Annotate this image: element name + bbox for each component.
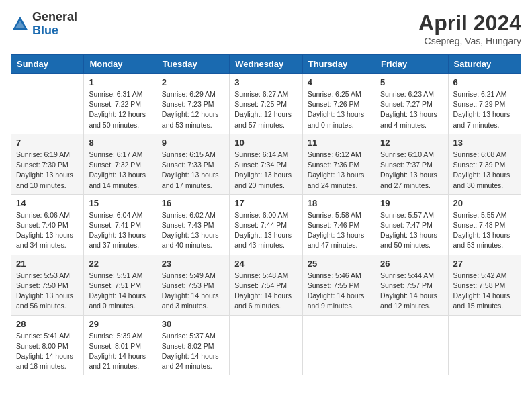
calendar-cell: 22Sunrise: 5:51 AMSunset: 7:51 PMDayligh… [84,255,157,315]
calendar-cell: 10Sunrise: 6:14 AMSunset: 7:34 PMDayligh… [230,134,302,194]
weekday-header-tuesday: Tuesday [157,55,229,74]
calendar-cell: 20Sunrise: 5:55 AMSunset: 7:48 PMDayligh… [448,194,521,255]
day-info: Sunrise: 5:49 AMSunset: 7:53 PMDaylight:… [162,271,224,312]
day-info: Sunrise: 6:23 AMSunset: 7:27 PMDaylight:… [380,89,443,130]
day-number: 22 [89,259,151,269]
calendar-cell: 13Sunrise: 6:08 AMSunset: 7:39 PMDayligh… [448,134,521,194]
calendar-header-row: SundayMondayTuesdayWednesdayThursdayFrid… [11,55,521,74]
calendar-cell: 4Sunrise: 6:25 AMSunset: 7:26 PMDaylight… [302,74,375,134]
day-info: Sunrise: 6:21 AMSunset: 7:29 PMDaylight:… [453,89,516,130]
calendar-cell: 17Sunrise: 6:00 AMSunset: 7:44 PMDayligh… [230,194,302,255]
day-info: Sunrise: 5:46 AMSunset: 7:55 PMDaylight:… [308,271,370,312]
calendar-cell [230,315,302,375]
calendar-cell: 15Sunrise: 6:04 AMSunset: 7:41 PMDayligh… [84,194,157,255]
calendar-cell: 2Sunrise: 6:29 AMSunset: 7:23 PMDaylight… [157,74,229,134]
day-number: 1 [89,77,151,87]
day-number: 23 [162,259,224,269]
calendar-week-row: 28Sunrise: 5:41 AMSunset: 8:00 PMDayligh… [11,315,521,375]
calendar-cell: 16Sunrise: 6:02 AMSunset: 7:43 PMDayligh… [157,194,229,255]
location: Csepreg, Vas, Hungary [418,36,521,46]
day-number: 6 [453,77,516,87]
day-info: Sunrise: 6:06 AMSunset: 7:40 PMDaylight:… [16,210,79,251]
weekday-header-saturday: Saturday [448,55,521,74]
calendar-cell: 14Sunrise: 6:06 AMSunset: 7:40 PMDayligh… [11,194,84,255]
day-info: Sunrise: 6:00 AMSunset: 7:44 PMDaylight:… [234,210,297,251]
calendar-cell: 3Sunrise: 6:27 AMSunset: 7:25 PMDaylight… [230,74,302,134]
day-number: 14 [16,198,79,208]
calendar-cell [302,315,375,375]
day-info: Sunrise: 6:15 AMSunset: 7:33 PMDaylight:… [162,150,224,191]
calendar-cell: 29Sunrise: 5:39 AMSunset: 8:01 PMDayligh… [84,315,157,375]
day-info: Sunrise: 6:19 AMSunset: 7:30 PMDaylight:… [16,150,79,191]
day-info: Sunrise: 6:02 AMSunset: 7:43 PMDaylight:… [162,210,224,251]
title-block: April 2024 Csepreg, Vas, Hungary [418,11,521,46]
weekday-header-wednesday: Wednesday [230,55,302,74]
day-number: 12 [380,138,443,148]
day-number: 19 [380,198,443,208]
day-info: Sunrise: 6:12 AMSunset: 7:36 PMDaylight:… [308,150,370,191]
day-info: Sunrise: 5:37 AMSunset: 8:02 PMDaylight:… [162,331,224,372]
day-number: 8 [89,138,151,148]
day-info: Sunrise: 5:39 AMSunset: 8:01 PMDaylight:… [89,331,151,372]
day-number: 7 [16,138,79,148]
calendar-week-row: 1Sunrise: 6:31 AMSunset: 7:22 PMDaylight… [11,74,521,134]
day-number: 13 [453,138,516,148]
calendar-cell: 28Sunrise: 5:41 AMSunset: 8:00 PMDayligh… [11,315,84,375]
page-header: General Blue April 2024 Csepreg, Vas, Hu… [11,11,521,46]
calendar-cell: 21Sunrise: 5:53 AMSunset: 7:50 PMDayligh… [11,255,84,315]
day-number: 2 [162,77,224,87]
calendar-cell: 25Sunrise: 5:46 AMSunset: 7:55 PMDayligh… [302,255,375,315]
day-number: 18 [308,198,370,208]
day-number: 16 [162,198,224,208]
day-number: 10 [234,138,297,148]
calendar-cell: 11Sunrise: 6:12 AMSunset: 7:36 PMDayligh… [302,134,375,194]
day-number: 17 [234,198,297,208]
day-info: Sunrise: 5:42 AMSunset: 7:58 PMDaylight:… [453,271,516,312]
calendar-cell [448,315,521,375]
month-title: April 2024 [418,11,521,36]
day-info: Sunrise: 6:17 AMSunset: 7:32 PMDaylight:… [89,150,151,191]
calendar-cell: 18Sunrise: 5:58 AMSunset: 7:46 PMDayligh… [302,194,375,255]
day-info: Sunrise: 6:25 AMSunset: 7:26 PMDaylight:… [308,89,370,130]
day-number: 25 [308,259,370,269]
day-info: Sunrise: 5:55 AMSunset: 7:48 PMDaylight:… [453,210,516,251]
day-info: Sunrise: 5:57 AMSunset: 7:47 PMDaylight:… [380,210,443,251]
calendar-cell: 27Sunrise: 5:42 AMSunset: 7:58 PMDayligh… [448,255,521,315]
calendar-cell: 26Sunrise: 5:44 AMSunset: 7:57 PMDayligh… [375,255,448,315]
logo-general: General [32,11,77,24]
calendar-cell: 8Sunrise: 6:17 AMSunset: 7:32 PMDaylight… [84,134,157,194]
day-info: Sunrise: 6:08 AMSunset: 7:39 PMDaylight:… [453,150,516,191]
weekday-header-friday: Friday [375,55,448,74]
calendar-week-row: 14Sunrise: 6:06 AMSunset: 7:40 PMDayligh… [11,194,521,255]
day-info: Sunrise: 5:48 AMSunset: 7:54 PMDaylight:… [234,271,297,312]
calendar-cell: 6Sunrise: 6:21 AMSunset: 7:29 PMDaylight… [448,74,521,134]
day-number: 21 [16,259,79,269]
day-number: 30 [162,319,224,329]
day-info: Sunrise: 6:04 AMSunset: 7:41 PMDaylight:… [89,210,151,251]
weekday-header-monday: Monday [84,55,157,74]
day-info: Sunrise: 6:27 AMSunset: 7:25 PMDaylight:… [234,89,297,130]
day-number: 27 [453,259,516,269]
day-number: 3 [234,77,297,87]
day-info: Sunrise: 6:31 AMSunset: 7:22 PMDaylight:… [89,89,151,130]
day-number: 5 [380,77,443,87]
calendar-cell: 24Sunrise: 5:48 AMSunset: 7:54 PMDayligh… [230,255,302,315]
logo-text: General Blue [32,11,77,38]
day-info: Sunrise: 5:53 AMSunset: 7:50 PMDaylight:… [16,271,79,312]
day-info: Sunrise: 5:51 AMSunset: 7:51 PMDaylight:… [89,271,151,312]
calendar-cell: 5Sunrise: 6:23 AMSunset: 7:27 PMDaylight… [375,74,448,134]
calendar-cell: 9Sunrise: 6:15 AMSunset: 7:33 PMDaylight… [157,134,229,194]
day-number: 15 [89,198,151,208]
calendar-cell: 23Sunrise: 5:49 AMSunset: 7:53 PMDayligh… [157,255,229,315]
logo-icon [11,15,30,34]
calendar-cell: 12Sunrise: 6:10 AMSunset: 7:37 PMDayligh… [375,134,448,194]
day-number: 11 [308,138,370,148]
day-info: Sunrise: 5:41 AMSunset: 8:00 PMDaylight:… [16,331,79,372]
calendar-cell [11,74,84,134]
day-number: 26 [380,259,443,269]
weekday-header-sunday: Sunday [11,55,84,74]
day-info: Sunrise: 5:44 AMSunset: 7:57 PMDaylight:… [380,271,443,312]
day-number: 29 [89,319,151,329]
day-number: 20 [453,198,516,208]
calendar-week-row: 7Sunrise: 6:19 AMSunset: 7:30 PMDaylight… [11,134,521,194]
